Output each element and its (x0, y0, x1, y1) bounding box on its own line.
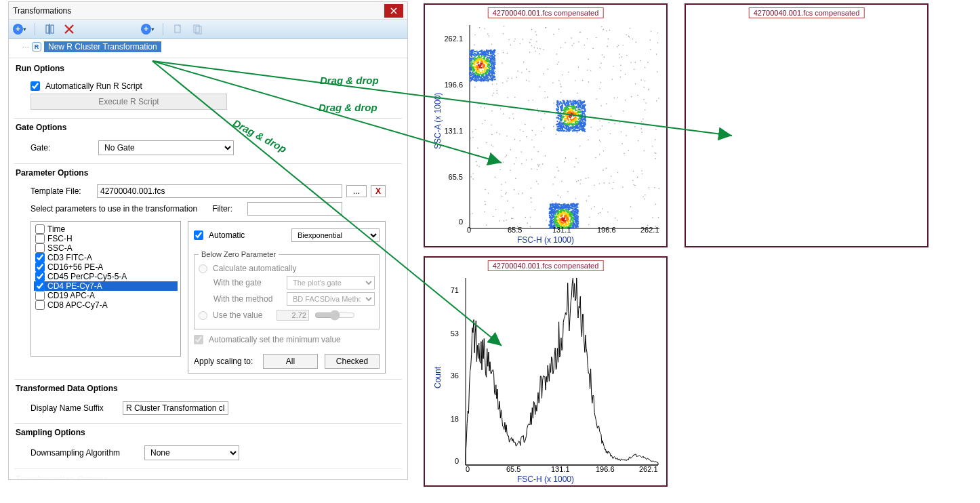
param-checkbox[interactable] (35, 224, 45, 234)
param-item[interactable]: Time (34, 224, 178, 234)
svg-point-1831 (607, 46, 608, 47)
svg-point-520 (487, 50, 489, 52)
param-item[interactable]: CD16+56 PE-A (34, 262, 178, 272)
svg-point-529 (472, 69, 474, 71)
ytick: 196.6 (444, 81, 463, 89)
copy-button[interactable] (171, 22, 185, 36)
svg-point-2108 (620, 77, 621, 78)
svg-point-1677 (549, 212, 550, 213)
svg-rect-1 (51, 25, 54, 33)
downsampling-algo-select[interactable]: None (144, 445, 239, 460)
delete-button[interactable] (62, 22, 76, 36)
svg-point-1813 (592, 48, 594, 49)
svg-point-1023 (570, 110, 571, 111)
browse-button[interactable]: ... (346, 185, 367, 197)
svg-point-2061 (575, 198, 577, 199)
param-checkbox[interactable] (35, 272, 45, 281)
svg-point-2147 (531, 140, 533, 141)
empty-plot-frame[interactable]: 42700040.001.fcs compensated (685, 3, 928, 247)
svg-point-460 (473, 64, 474, 65)
filter-input[interactable] (247, 202, 342, 216)
svg-point-1084 (556, 126, 558, 127)
param-item[interactable]: CD8 APC-Cy7-A (34, 300, 178, 310)
param-checkbox[interactable] (35, 300, 45, 310)
svg-point-542 (478, 75, 479, 77)
svg-point-453 (478, 62, 479, 63)
svg-point-1091 (565, 123, 566, 124)
svg-point-2010 (545, 27, 546, 28)
svg-point-469 (493, 70, 494, 71)
svg-point-1896 (474, 35, 476, 36)
add-button-2[interactable]: +▾ (141, 22, 155, 36)
param-item[interactable]: FSC-H (34, 234, 178, 243)
svg-point-1997 (516, 77, 517, 78)
svg-point-1095 (579, 108, 580, 110)
apply-checked-button[interactable]: Checked (325, 354, 380, 369)
svg-point-2093 (531, 168, 532, 169)
svg-point-1691 (566, 219, 567, 220)
svg-point-1609 (574, 224, 575, 225)
svg-point-2037 (579, 146, 581, 147)
svg-point-446 (480, 72, 481, 73)
svg-point-2109 (609, 122, 610, 123)
param-item[interactable]: CD3 FITC-A (34, 253, 178, 262)
param-name: FSC-H (47, 234, 73, 243)
svg-point-1049 (563, 111, 565, 113)
svg-point-2011 (497, 93, 498, 94)
auto-run-checkbox[interactable] (30, 81, 40, 91)
svg-point-994 (570, 129, 571, 130)
param-checkbox[interactable] (35, 243, 45, 253)
rename-button[interactable] (43, 22, 57, 36)
param-item[interactable]: SSC-A (34, 243, 178, 253)
svg-point-507 (487, 54, 489, 56)
param-checkbox[interactable] (35, 291, 45, 300)
svg-point-544 (494, 79, 495, 80)
param-checkbox[interactable] (35, 253, 45, 262)
execute-r-script-button[interactable]: Execute R Script (30, 94, 227, 110)
svg-point-1070 (573, 121, 575, 122)
add-button-1[interactable]: +▾ (13, 22, 26, 36)
gate-select[interactable]: No Gate (98, 140, 234, 155)
svg-point-1553 (577, 216, 579, 217)
clear-template-button[interactable]: X (371, 185, 386, 197)
histogram-ylabel: Count (433, 367, 443, 388)
svg-point-557 (494, 67, 495, 68)
svg-point-2130 (495, 71, 496, 73)
scatter-plot-frame[interactable]: 42700040.001.fcs compensated FSC-H (x 10… (424, 3, 668, 247)
automatic-checkbox[interactable] (194, 230, 203, 240)
param-item[interactable]: CD45 PerCP-Cy5-5-A (34, 272, 178, 281)
svg-point-930 (572, 130, 573, 132)
param-item[interactable]: CD4 PE-Cy7-A (34, 281, 178, 291)
svg-point-1775 (571, 203, 573, 205)
param-item[interactable]: CD19 APC-A (34, 291, 178, 300)
svg-point-1753 (571, 222, 573, 224)
param-checkbox[interactable] (35, 234, 45, 243)
svg-point-2027 (642, 196, 644, 197)
svg-point-2186 (526, 68, 527, 70)
svg-point-1633 (575, 216, 577, 217)
parameter-list[interactable]: TimeFSC-HSSC-ACD3 FITC-ACD16+56 PE-ACD45… (30, 221, 181, 357)
paste-button[interactable] (190, 22, 204, 36)
svg-point-1054 (581, 112, 583, 113)
options-scroll[interactable]: Run Options Automatically Run R Script E… (9, 58, 407, 479)
param-checkbox[interactable] (35, 262, 45, 272)
histogram-plot-frame[interactable]: 42700040.001.fcs compensated FSC-H (x 10… (424, 256, 668, 487)
svg-point-1545 (569, 222, 571, 224)
window-titlebar[interactable]: Transformations (9, 2, 407, 20)
svg-point-2143 (587, 70, 588, 71)
svg-point-1774 (553, 221, 554, 222)
svg-point-312 (494, 55, 495, 56)
svg-point-837 (584, 113, 585, 115)
svg-point-1138 (584, 124, 585, 125)
scaling-type-select[interactable]: Biexponential (291, 228, 380, 242)
window-close-button[interactable] (384, 4, 403, 18)
svg-point-1122 (575, 100, 576, 102)
tree-item[interactable]: ⋯ R New R Cluster Transformation (22, 41, 401, 52)
display-name-suffix-input[interactable] (123, 401, 228, 415)
apply-all-button[interactable]: All (263, 354, 318, 369)
param-checkbox[interactable] (35, 281, 45, 291)
with-gate-label: With the gate (213, 278, 281, 287)
template-file-input[interactable] (97, 184, 342, 198)
param-name: CD4 PE-Cy7-A (47, 281, 102, 291)
svg-point-2176 (547, 68, 548, 70)
